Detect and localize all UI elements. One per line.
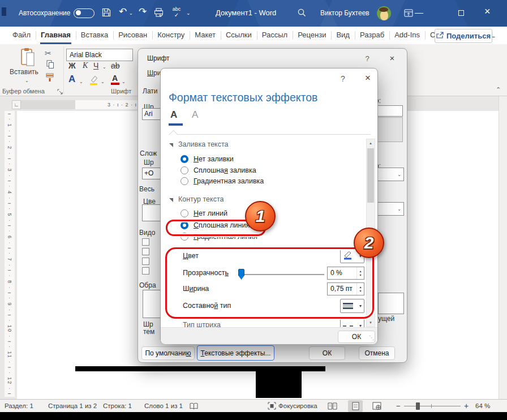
tab-references[interactable]: Ссылки bbox=[221, 27, 257, 44]
format-painter-icon[interactable] bbox=[45, 72, 54, 84]
underline-color-dropdown-fragment[interactable]: ⌄ bbox=[375, 202, 404, 216]
effect-checkbox-1[interactable] bbox=[142, 238, 149, 246]
focus-mode-label[interactable]: Фокусировка bbox=[278, 402, 317, 409]
read-mode-icon[interactable] bbox=[327, 402, 338, 412]
strikethrough-button[interactable]: ab bbox=[111, 61, 120, 70]
spelling-icon[interactable]: abc✓ bbox=[170, 6, 183, 18]
style-field-fragment[interactable] bbox=[375, 105, 403, 117]
paste-chevron-icon[interactable]: ⌄ bbox=[25, 78, 29, 83]
radio-solid-line[interactable] bbox=[181, 221, 188, 229]
text-effects-chevron-icon[interactable]: ⌄ bbox=[79, 79, 83, 84]
highlight-button[interactable] bbox=[89, 75, 98, 87]
tab-stop-selector[interactable]: ∟ bbox=[12, 100, 21, 109]
outline-section-marker-icon[interactable] bbox=[169, 198, 173, 202]
avatar[interactable] bbox=[377, 6, 391, 20]
ribbon-display-options-icon[interactable] bbox=[404, 8, 413, 19]
effect-checkbox-3[interactable] bbox=[142, 258, 149, 265]
font-dialog-ok-button[interactable]: ОК bbox=[309, 346, 345, 360]
undo-icon[interactable]: ↶ bbox=[119, 7, 127, 16]
minimize-button[interactable]: — bbox=[415, 8, 423, 17]
radio-solid-fill-label[interactable]: Сплошная заливка bbox=[194, 166, 256, 174]
tab-addins[interactable]: Add-Ins bbox=[389, 27, 425, 44]
tab-draw[interactable]: Рисован bbox=[113, 27, 152, 44]
tab-text-effects-icon[interactable]: А bbox=[192, 109, 198, 121]
tab-design[interactable]: Констру bbox=[152, 27, 190, 44]
radio-gradient-line[interactable] bbox=[181, 233, 188, 241]
focus-mode-icon[interactable] bbox=[268, 402, 276, 411]
effect-checkbox-2[interactable] bbox=[142, 248, 149, 255]
redo-icon[interactable]: ↷ bbox=[139, 7, 147, 16]
cut-icon[interactable]: ✂ bbox=[45, 49, 51, 58]
effects-dialog-help-icon[interactable]: ? bbox=[338, 74, 348, 83]
tab-insert[interactable]: Вставка bbox=[76, 27, 113, 44]
undo-chevron-icon[interactable]: ⌄ bbox=[129, 11, 133, 16]
font-dialog-help-icon[interactable]: ? bbox=[362, 54, 372, 63]
maximize-button[interactable] bbox=[458, 10, 464, 18]
radio-gradient-fill-label[interactable]: Градиентная заливка bbox=[194, 177, 264, 185]
outline-section-title[interactable]: Контур текста bbox=[178, 195, 224, 203]
bold-button[interactable]: Ж bbox=[68, 61, 76, 70]
underline-chevron-icon[interactable]: ⌄ bbox=[102, 65, 106, 70]
effects-dialog-close-icon[interactable]: × bbox=[362, 72, 374, 84]
transparency-slider-handle[interactable] bbox=[238, 269, 244, 280]
proofing-icon[interactable] bbox=[190, 402, 198, 411]
radio-no-fill-label[interactable]: Нет заливки bbox=[194, 155, 234, 163]
search-icon[interactable] bbox=[297, 8, 306, 19]
scroll-down-icon[interactable]: ▼ bbox=[367, 321, 375, 324]
resize-grip-icon[interactable]: ⋱ bbox=[369, 335, 375, 341]
width-spinbox[interactable]: 0,75 пт ▴▾ bbox=[327, 282, 364, 295]
underline-button[interactable]: Ч bbox=[93, 61, 98, 70]
radio-no-line[interactable] bbox=[181, 209, 188, 217]
tab-view[interactable]: Вид bbox=[331, 27, 355, 44]
radio-no-line-label[interactable]: Нет линий bbox=[194, 209, 227, 217]
section-indicator[interactable]: Раздел: 1 bbox=[5, 402, 33, 409]
tab-mailings[interactable]: Рассыл bbox=[257, 27, 293, 44]
compound-type-button[interactable]: ▾ bbox=[340, 299, 364, 313]
fill-section-title[interactable]: Заливка текста bbox=[178, 140, 229, 148]
document-scrollbar[interactable] bbox=[499, 96, 507, 399]
save-icon[interactable] bbox=[102, 8, 111, 19]
fill-section-marker-icon[interactable] bbox=[169, 143, 173, 147]
radio-gradient-fill[interactable] bbox=[181, 177, 188, 185]
text-effects-dialog-button[interactable]: Текстовые эффекты... bbox=[197, 345, 274, 361]
highlight-chevron-icon[interactable]: ⌄ bbox=[101, 79, 105, 84]
tab-file[interactable]: Файл bbox=[7, 27, 36, 44]
close-button[interactable]: × bbox=[484, 7, 491, 16]
font-name-combobox[interactable]: Arial Black bbox=[66, 49, 133, 61]
print-layout-icon[interactable] bbox=[348, 400, 363, 412]
print-preview-icon[interactable] bbox=[154, 8, 164, 19]
radio-solid-line-label[interactable]: Сплошная линия bbox=[194, 221, 250, 229]
width-spinner-icons[interactable]: ▴▾ bbox=[356, 283, 364, 295]
font-dialog-close-icon[interactable]: × bbox=[386, 53, 398, 63]
tab-review[interactable]: Рецензи bbox=[293, 27, 331, 44]
radio-gradient-line-label[interactable]: Градиентная линия bbox=[194, 233, 257, 241]
collapse-ribbon-icon[interactable]: ⌃ bbox=[496, 86, 501, 93]
transparency-slider-track[interactable] bbox=[238, 274, 324, 275]
italic-button[interactable]: K bbox=[83, 61, 88, 70]
transparency-spinner-icons[interactable]: ▴▾ bbox=[356, 267, 364, 279]
word-count-indicator[interactable]: Слово 1 из 1 bbox=[144, 402, 183, 409]
customize-qat-icon[interactable]: ⌄ bbox=[186, 10, 191, 16]
zoom-percentage[interactable]: 64 % bbox=[475, 402, 490, 409]
autosave-toggle[interactable] bbox=[74, 8, 94, 18]
zoom-slider-track[interactable] bbox=[404, 406, 461, 406]
text-effects-button[interactable]: А bbox=[68, 74, 75, 85]
copy-icon[interactable] bbox=[46, 60, 54, 71]
radio-solid-fill[interactable] bbox=[181, 166, 188, 174]
transparency-spinbox[interactable]: 0 % ▴▾ bbox=[327, 267, 364, 280]
dash-type-button[interactable]: ▾ bbox=[340, 319, 364, 327]
zoom-out-button[interactable]: − bbox=[396, 402, 401, 410]
tab-text-fill-icon[interactable]: А bbox=[170, 109, 177, 121]
style-listbox-fragment[interactable] bbox=[375, 117, 403, 142]
scroll-up-icon[interactable]: ▲ bbox=[367, 142, 375, 145]
paste-button[interactable]: Вставить bbox=[10, 68, 38, 76]
share-button[interactable]: Поделиться bbox=[435, 29, 492, 43]
radio-no-fill[interactable] bbox=[181, 155, 188, 163]
zoom-slider-handle[interactable] bbox=[416, 402, 420, 410]
font-color-button[interactable]: А bbox=[112, 74, 118, 83]
page-indicator[interactable]: Страница 1 из 2 bbox=[48, 402, 97, 409]
line-indicator[interactable]: Строка: 1 bbox=[103, 402, 132, 409]
tab-home[interactable]: Главная bbox=[36, 27, 76, 44]
zoom-in-button[interactable]: + bbox=[464, 401, 469, 410]
underline-style-dropdown-fragment[interactable]: ⌄ bbox=[375, 168, 404, 181]
